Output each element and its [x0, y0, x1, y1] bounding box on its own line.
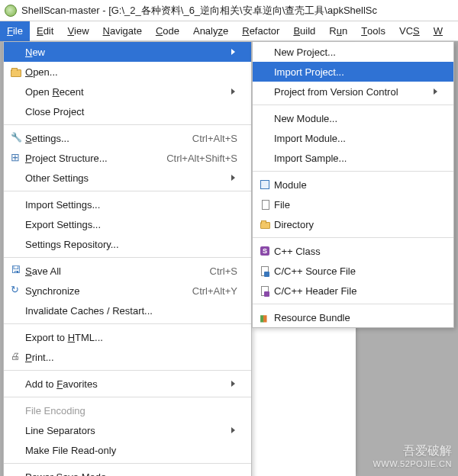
- new-submenu: New Project...Import Project...Project f…: [252, 41, 454, 328]
- file-menu-item-settings[interactable]: Settings...Ctrl+Alt+S: [4, 128, 251, 148]
- menubar-item-file[interactable]: File: [0, 21, 30, 41]
- menubar-item-refactor[interactable]: Refactor: [235, 21, 286, 41]
- new-menu-item-separator: [253, 304, 453, 304]
- new-menu-item-label: Project from Version Control: [273, 86, 421, 98]
- sync-icon: [8, 284, 24, 298]
- new-menu-item-label: Directory: [273, 219, 440, 230]
- new-menu-item-new-project[interactable]: New Project...: [253, 42, 453, 62]
- app-icon: [5, 5, 17, 17]
- menubar-item-analyze[interactable]: Analyze: [186, 21, 235, 41]
- new-menu-item-label: New Project...: [273, 47, 440, 58]
- module-icon: [257, 178, 273, 191]
- file-menu-item-new[interactable]: New: [4, 42, 251, 62]
- blank-icon: [8, 377, 24, 391]
- new-menu-item-separator: [253, 237, 453, 238]
- file-menu-item-label: Settings Repository...: [24, 239, 237, 250]
- file-menu-item-project-structure[interactable]: Project Structure...Ctrl+Alt+Shift+S: [4, 148, 251, 168]
- file-menu-item-export-to-html[interactable]: Export to HTML...: [4, 327, 251, 347]
- chevron-right-icon: [434, 88, 440, 95]
- blank-icon: [8, 330, 24, 344]
- new-menu-item-label: File: [273, 199, 440, 211]
- file-menu-item-line-separators[interactable]: Line Separators: [4, 420, 251, 440]
- ide-window: ShellScan-master - [G:\_2_各种资料\_6_逆向相关\安…: [0, 0, 458, 476]
- shortcut-label: Ctrl+S: [192, 265, 237, 277]
- menubar-item-view[interactable]: View: [60, 21, 95, 41]
- menubar-item-navigate[interactable]: Navigate: [96, 21, 149, 41]
- file-menu-item-add-to-favorites[interactable]: Add to Favorites: [4, 374, 251, 394]
- blank-icon: [257, 151, 273, 165]
- file-menu-item-open-recent[interactable]: Open Recent: [4, 82, 251, 101]
- cpp-header-icon: [257, 284, 273, 298]
- file-menu-item-import-settings[interactable]: Import Settings...: [4, 195, 251, 214]
- file-menu-item-open[interactable]: Open...: [4, 62, 251, 82]
- menubar-item-w[interactable]: W: [427, 21, 446, 41]
- file-menu-item-label: Save All: [24, 265, 192, 277]
- new-menu-item-module[interactable]: Module: [253, 175, 453, 195]
- file-menu-item-label: Power Save Mode: [24, 471, 237, 477]
- new-menu-item-label: Import Project...: [273, 66, 440, 78]
- file-menu-item-file-encoding: File Encoding: [4, 400, 251, 420]
- file-menu-item-label: Line Separators: [24, 425, 219, 436]
- file-menu-item-separator: [4, 397, 251, 397]
- file-menu-item-label: New: [24, 47, 219, 58]
- file-menu-item-label: Synchronize: [24, 285, 174, 297]
- new-menu-item-import-module[interactable]: Import Module...: [253, 128, 453, 148]
- new-menu-item-c-class[interactable]: SC++ Class: [253, 241, 453, 261]
- file-menu-item-export-settings[interactable]: Export Settings...: [4, 214, 251, 234]
- folder-icon: [8, 65, 24, 79]
- blank-icon: [8, 237, 24, 251]
- menubar-item-tools[interactable]: Tools: [354, 21, 392, 41]
- chevron-right-icon: [231, 381, 237, 387]
- new-menu-item-new-module[interactable]: New Module...: [253, 108, 453, 128]
- blank-icon: [257, 45, 273, 59]
- new-menu-item-c-c-header-file[interactable]: C/C++ Header File: [253, 281, 453, 301]
- new-menu-item-label: Import Sample...: [273, 153, 440, 164]
- scala-icon: S: [257, 244, 273, 258]
- new-menu-item-c-c-source-file[interactable]: C/C++ Source File: [253, 261, 453, 281]
- file-menu: NewOpen...Open RecentClose ProjectSettin…: [3, 41, 252, 476]
- menubar-item-edit[interactable]: Edit: [30, 21, 60, 41]
- file-menu-item-label: Print...: [24, 352, 237, 363]
- file-menu-item-separator: [4, 124, 251, 125]
- file-icon: [257, 198, 273, 211]
- file-menu-item-synchronize[interactable]: SynchronizeCtrl+Alt+Y: [4, 281, 251, 301]
- file-menu-item-invalidate-caches-restart[interactable]: Invalidate Caches / Restart...: [4, 301, 251, 320]
- blank-icon: [8, 443, 24, 457]
- new-menu-item-resource-bundle[interactable]: Resource Bundle: [253, 307, 453, 327]
- chevron-right-icon: [231, 175, 237, 181]
- file-menu-item-other-settings[interactable]: Other Settings: [4, 168, 251, 188]
- new-menu-item-directory[interactable]: Directory: [253, 214, 453, 234]
- new-menu-item-project-from-version-control[interactable]: Project from Version Control: [253, 82, 453, 101]
- file-menu-item-label: Other Settings: [24, 172, 219, 184]
- shortcut-label: Ctrl+Alt+S: [174, 133, 237, 144]
- new-menu-item-label: C++ Class: [273, 246, 440, 257]
- file-menu-item-make-file-read-only[interactable]: Make File Read-only: [4, 440, 251, 460]
- blank-icon: [257, 111, 273, 125]
- blank-icon: [8, 45, 24, 59]
- new-menu-item-import-sample[interactable]: Import Sample...: [253, 148, 453, 168]
- file-menu-item-separator: [4, 463, 251, 464]
- new-menu-item-file[interactable]: File: [253, 195, 453, 214]
- window-title: ShellScan-master - [G:\_2_各种资料\_6_逆向相关\安…: [21, 4, 377, 18]
- blank-icon: [8, 423, 24, 437]
- new-menu-item-import-project[interactable]: Import Project...: [253, 62, 453, 82]
- menubar-item-build[interactable]: Build: [286, 21, 322, 41]
- menubar-item-code[interactable]: Code: [149, 21, 186, 41]
- menubar-item-vcs[interactable]: VCS: [392, 21, 427, 41]
- chevron-right-icon: [231, 49, 237, 55]
- file-menu-item-save-all[interactable]: Save AllCtrl+S: [4, 261, 251, 281]
- file-menu-item-label: Close Project: [24, 106, 237, 117]
- chevron-right-icon: [231, 427, 237, 433]
- file-menu-item-power-save-mode[interactable]: Power Save Mode: [4, 467, 251, 476]
- shortcut-label: Ctrl+Alt+Y: [174, 285, 237, 297]
- watermark: 吾爱破解 WWW.52POJIE.CN: [373, 443, 452, 468]
- file-menu-item-separator: [4, 370, 251, 371]
- file-menu-item-close-project[interactable]: Close Project: [4, 101, 251, 121]
- cpp-source-icon: [257, 264, 273, 278]
- file-menu-item-print[interactable]: Print...: [4, 347, 251, 367]
- file-menu-item-settings-repository[interactable]: Settings Repository...: [4, 234, 251, 254]
- disk-icon: [8, 264, 24, 278]
- file-menu-item-label: Export Settings...: [24, 219, 237, 230]
- menubar-item-run[interactable]: Run: [322, 21, 354, 41]
- shortcut-label: Ctrl+Alt+Shift+S: [148, 153, 237, 164]
